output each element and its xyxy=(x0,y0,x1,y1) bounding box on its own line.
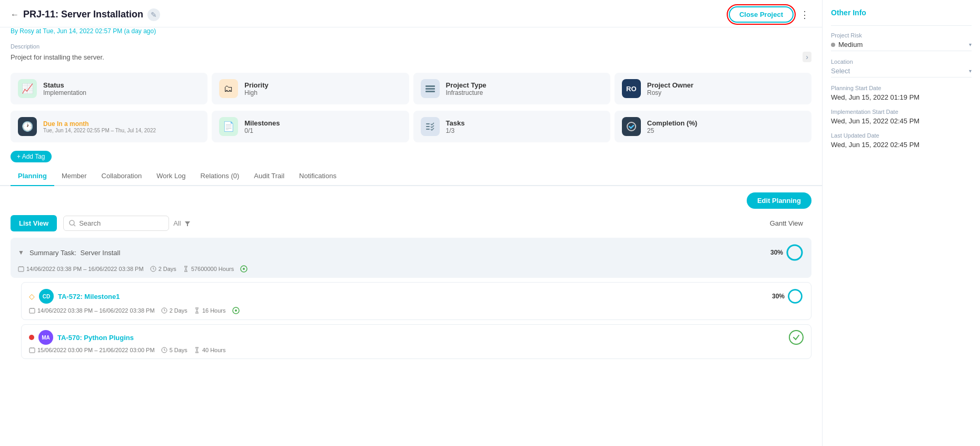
python-plugins-task-title[interactable]: TA-570: Python Plugins xyxy=(57,334,134,342)
tasks-card[interactable]: Tasks 1/3 xyxy=(413,111,610,142)
due-date-card[interactable]: 🕐 Due In a month Tue, Jun 14, 2022 02:55… xyxy=(11,111,207,142)
project-risk-field: Project Risk Medium ▾ xyxy=(831,32,972,51)
info-cards-row2: 🕐 Due In a month Tue, Jun 14, 2022 02:55… xyxy=(0,111,822,149)
status-value: Implementation xyxy=(43,89,200,96)
tab-audit-trail[interactable]: Audit Trail xyxy=(246,167,292,186)
collapse-icon[interactable]: ▼ xyxy=(18,249,24,256)
location-label: Location xyxy=(831,59,972,65)
svg-rect-30 xyxy=(29,348,35,353)
back-button[interactable]: ← xyxy=(11,10,19,20)
milestone-task-1-header: ◇ CD TA-572: Milestone1 30% xyxy=(29,288,804,305)
filter-label[interactable]: All xyxy=(173,219,181,227)
add-tag-button[interactable]: + Add Tag xyxy=(11,151,52,162)
summary-task-meta: 14/06/2022 03:38 PM – 16/06/2022 03:38 P… xyxy=(18,265,804,273)
project-type-value: Infrastructure xyxy=(446,89,603,96)
svg-rect-1 xyxy=(425,88,435,90)
red-dot-icon xyxy=(29,335,34,340)
summary-task-duration: 2 Days xyxy=(150,266,176,272)
milestone-task-1-title[interactable]: TA-572: Milestone1 xyxy=(58,293,120,300)
milestones-icon: 📄 xyxy=(219,117,238,136)
priority-value: High xyxy=(244,89,401,96)
tasks-icon xyxy=(421,117,440,136)
task-avatar-cd: CD xyxy=(39,289,54,304)
diamond-icon: ◇ xyxy=(29,292,35,300)
tab-planning[interactable]: Planning xyxy=(11,167,54,186)
summary-task-hours: 57600000 Hours xyxy=(183,266,234,272)
status-card[interactable]: 📈 Status Implementation xyxy=(11,73,207,104)
list-view-button[interactable]: List View xyxy=(11,215,57,231)
svg-point-11 xyxy=(787,245,802,260)
due-date-value: Tue, Jun 14, 2022 02:55 PM – Thu, Jul 14… xyxy=(43,128,200,133)
project-risk-label: Project Risk xyxy=(831,32,972,38)
priority-card[interactable]: 🗂 Priority High xyxy=(212,73,409,104)
tab-collaboration[interactable]: Collaboration xyxy=(94,167,150,186)
svg-rect-2 xyxy=(425,91,435,92)
tasks-label: Tasks xyxy=(446,119,603,127)
header-subtitle: By Rosy at Tue, Jun 14, 2022 02:57 PM (a… xyxy=(0,27,822,39)
project-risk-chevron-icon: ▾ xyxy=(969,42,972,47)
tab-member[interactable]: Member xyxy=(54,167,94,186)
priority-icon: 🗂 xyxy=(219,79,238,98)
priority-info: Priority High xyxy=(244,81,401,96)
project-type-card[interactable]: Project Type Infrastructure xyxy=(413,73,610,104)
page-header: ← PRJ-11: Server Installation ✎ Close Pr… xyxy=(0,0,822,27)
summary-task-progress: 30% xyxy=(770,249,783,256)
completion-icon xyxy=(622,117,641,136)
svg-rect-12 xyxy=(18,267,24,272)
due-date-icon: 🕐 xyxy=(18,117,37,136)
tabs: Planning Member Collaboration Work Log R… xyxy=(0,167,822,186)
hourglass-icon xyxy=(183,266,189,272)
project-type-label: Project Type xyxy=(446,81,603,89)
milestone-task-1: ◇ CD TA-572: Milestone1 30% xyxy=(21,282,811,320)
page-title: PRJ-11: Server Installation xyxy=(23,9,143,20)
search-icon xyxy=(69,220,76,227)
expand-description-icon[interactable]: › xyxy=(803,52,811,62)
filter-icon[interactable] xyxy=(184,220,191,227)
milestones-card[interactable]: 📄 Milestones 0/1 xyxy=(212,111,409,142)
edit-title-icon[interactable]: ✎ xyxy=(147,8,160,21)
project-type-info: Project Type Infrastructure xyxy=(446,81,603,96)
status-label: Status xyxy=(43,81,200,89)
milestones-label: Milestones xyxy=(244,119,401,127)
tab-relations[interactable]: Relations (0) xyxy=(193,167,247,186)
project-risk-select[interactable]: Medium ▾ xyxy=(831,41,972,51)
svg-rect-4 xyxy=(426,126,430,127)
tasks-value: 1/3 xyxy=(446,127,603,134)
status-icon: 📈 xyxy=(18,79,37,98)
python-plugins-task: MA TA-570: Python Plugins 15/06/2022 03:… xyxy=(21,324,811,359)
summary-task-dates: 14/06/2022 03:38 PM – 16/06/2022 03:38 P… xyxy=(18,266,144,272)
due-date-label: Due In a month xyxy=(43,120,200,128)
tab-notifications[interactable]: Notifications xyxy=(292,167,344,186)
svg-point-7 xyxy=(70,220,74,225)
description-section: Description Project for installing the s… xyxy=(0,39,822,69)
description-text: Project for installing the server. xyxy=(11,53,104,61)
milestones-value: 0/1 xyxy=(244,127,401,134)
completion-card[interactable]: Completion (%) 25 xyxy=(615,111,811,142)
clock-icon xyxy=(150,266,156,272)
close-project-button[interactable]: Close Project xyxy=(729,6,794,23)
search-input[interactable] xyxy=(79,219,163,227)
priority-label: Priority xyxy=(244,81,401,89)
project-owner-info: Project Owner Rosy xyxy=(647,81,804,96)
header-actions: Close Project ⋮ xyxy=(729,6,811,23)
svg-point-19 xyxy=(243,268,245,270)
svg-rect-3 xyxy=(426,123,430,124)
project-risk-value: Medium xyxy=(831,41,863,49)
svg-line-35 xyxy=(164,350,165,351)
completion-info: Completion (%) 25 xyxy=(647,119,804,134)
edit-planning-button[interactable]: Edit Planning xyxy=(747,192,811,209)
medium-dot-icon xyxy=(831,43,835,47)
svg-point-29 xyxy=(235,309,237,312)
gantt-view-button[interactable]: Gantt View xyxy=(761,215,811,231)
tab-work-log[interactable]: Work Log xyxy=(149,167,193,186)
milestone-task-1-meta: 14/06/2022 03:38 PM – 16/06/2022 03:38 P… xyxy=(29,307,804,314)
more-options-button[interactable]: ⋮ xyxy=(798,7,811,23)
project-owner-label: Project Owner xyxy=(647,81,804,89)
svg-line-8 xyxy=(74,225,75,226)
project-owner-card[interactable]: RO Project Owner Rosy xyxy=(615,73,811,104)
svg-line-17 xyxy=(153,269,154,269)
tags-section: + Add Tag xyxy=(0,149,822,167)
summary-task-header: ▼ Summary Task: Server Install 30% xyxy=(18,243,804,262)
summary-task-timer-icon xyxy=(240,265,248,273)
location-select[interactable]: Select ▾ xyxy=(831,67,972,77)
